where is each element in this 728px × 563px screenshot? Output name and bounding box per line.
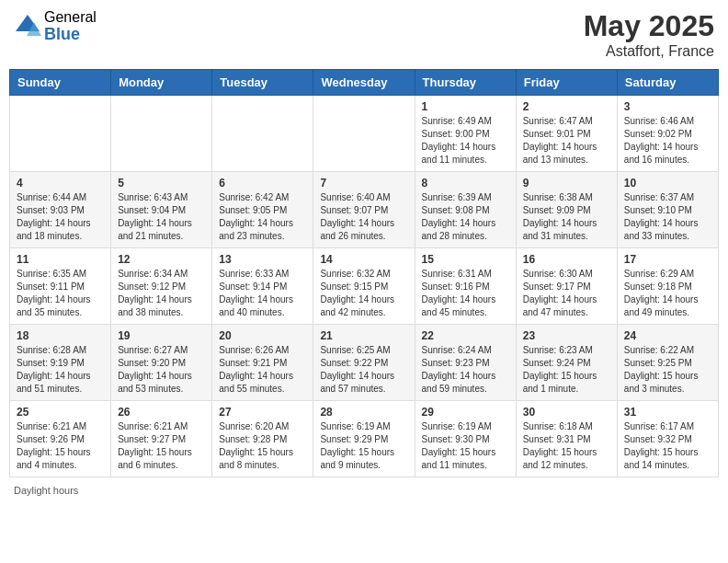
day-number: 20 [219,329,306,342]
day-number: 8 [422,177,509,190]
day-number: 22 [422,329,509,342]
day-number: 24 [624,329,711,342]
day-info: Sunrise: 6:38 AM Sunset: 9:09 PM Dayligh… [523,191,610,243]
day-number: 13 [219,253,306,266]
day-info: Sunrise: 6:44 AM Sunset: 9:03 PM Dayligh… [17,191,104,243]
weekday-header: Saturday [617,70,718,96]
day-number: 2 [523,100,610,113]
footer-note: Daylight hours [9,485,719,496]
calendar-cell: 13Sunrise: 6:33 AM Sunset: 9:14 PM Dayli… [212,248,313,325]
day-info: Sunrise: 6:21 AM Sunset: 9:27 PM Dayligh… [118,420,205,472]
logo-blue: Blue [44,26,97,44]
day-number: 30 [523,406,610,419]
calendar-cell: 18Sunrise: 6:28 AM Sunset: 9:19 PM Dayli… [10,325,111,401]
logo: General Blue [14,9,97,43]
day-info: Sunrise: 6:39 AM Sunset: 9:08 PM Dayligh… [422,191,509,243]
calendar-cell: 15Sunrise: 6:31 AM Sunset: 9:16 PM Dayli… [415,248,516,325]
calendar-cell: 20Sunrise: 6:26 AM Sunset: 9:21 PM Dayli… [212,325,313,401]
day-number: 11 [17,253,104,266]
logo-text: General Blue [44,9,97,43]
day-number: 19 [118,329,205,342]
calendar-week-row: 11Sunrise: 6:35 AM Sunset: 9:11 PM Dayli… [10,248,719,325]
weekday-header: Monday [111,70,212,96]
day-info: Sunrise: 6:30 AM Sunset: 9:17 PM Dayligh… [523,268,610,319]
day-info: Sunrise: 6:40 AM Sunset: 9:07 PM Dayligh… [320,191,407,243]
day-info: Sunrise: 6:19 AM Sunset: 9:30 PM Dayligh… [422,420,509,472]
calendar-cell: 31Sunrise: 6:17 AM Sunset: 9:32 PM Dayli… [617,401,718,477]
day-number: 7 [320,177,407,190]
day-info: Sunrise: 6:34 AM Sunset: 9:12 PM Dayligh… [118,268,205,319]
calendar-cell: 16Sunrise: 6:30 AM Sunset: 9:17 PM Dayli… [516,248,617,325]
calendar-cell: 21Sunrise: 6:25 AM Sunset: 9:22 PM Dayli… [313,325,415,401]
day-info: Sunrise: 6:25 AM Sunset: 9:22 PM Dayligh… [320,344,407,396]
day-info: Sunrise: 6:21 AM Sunset: 9:26 PM Dayligh… [17,420,104,472]
calendar-header-row: SundayMondayTuesdayWednesdayThursdayFrid… [10,70,719,96]
day-info: Sunrise: 6:47 AM Sunset: 9:01 PM Dayligh… [523,115,610,167]
calendar-week-row: 4Sunrise: 6:44 AM Sunset: 9:03 PM Daylig… [10,172,719,248]
day-number: 28 [320,406,407,419]
day-info: Sunrise: 6:24 AM Sunset: 9:23 PM Dayligh… [422,344,509,396]
day-info: Sunrise: 6:27 AM Sunset: 9:20 PM Dayligh… [118,344,205,396]
day-number: 15 [422,253,509,266]
calendar-cell: 17Sunrise: 6:29 AM Sunset: 9:18 PM Dayli… [617,248,718,325]
calendar-cell: 14Sunrise: 6:32 AM Sunset: 9:15 PM Dayli… [313,248,415,325]
day-info: Sunrise: 6:20 AM Sunset: 9:28 PM Dayligh… [219,420,306,472]
day-number: 31 [624,406,711,419]
day-number: 5 [118,177,205,190]
weekday-header: Wednesday [313,70,415,96]
day-info: Sunrise: 6:33 AM Sunset: 9:14 PM Dayligh… [219,268,306,319]
calendar-week-row: 18Sunrise: 6:28 AM Sunset: 9:19 PM Dayli… [10,325,719,401]
calendar-cell: 19Sunrise: 6:27 AM Sunset: 9:20 PM Dayli… [111,325,212,401]
day-number: 29 [422,406,509,419]
calendar-cell: 22Sunrise: 6:24 AM Sunset: 9:23 PM Dayli… [415,325,516,401]
day-info: Sunrise: 6:26 AM Sunset: 9:21 PM Dayligh… [219,344,306,396]
day-info: Sunrise: 6:35 AM Sunset: 9:11 PM Dayligh… [17,268,104,319]
day-info: Sunrise: 6:43 AM Sunset: 9:04 PM Dayligh… [118,191,205,243]
calendar-cell [212,96,313,172]
calendar-cell: 8Sunrise: 6:39 AM Sunset: 9:08 PM Daylig… [415,172,516,248]
weekday-header: Friday [516,70,617,96]
day-number: 4 [17,177,104,190]
day-info: Sunrise: 6:17 AM Sunset: 9:32 PM Dayligh… [624,420,711,472]
day-number: 14 [320,253,407,266]
calendar-cell: 10Sunrise: 6:37 AM Sunset: 9:10 PM Dayli… [617,172,718,248]
logo-icon [14,13,41,40]
calendar-cell: 9Sunrise: 6:38 AM Sunset: 9:09 PM Daylig… [516,172,617,248]
calendar-cell [313,96,415,172]
calendar-cell: 3Sunrise: 6:46 AM Sunset: 9:02 PM Daylig… [617,96,718,172]
calendar-cell: 6Sunrise: 6:42 AM Sunset: 9:05 PM Daylig… [212,172,313,248]
calendar-table: SundayMondayTuesdayWednesdayThursdayFrid… [9,69,719,477]
calendar-cell: 24Sunrise: 6:22 AM Sunset: 9:25 PM Dayli… [617,325,718,401]
calendar-cell: 1Sunrise: 6:49 AM Sunset: 9:00 PM Daylig… [415,96,516,172]
calendar-cell: 5Sunrise: 6:43 AM Sunset: 9:04 PM Daylig… [111,172,212,248]
weekday-header: Tuesday [212,70,313,96]
day-info: Sunrise: 6:23 AM Sunset: 9:24 PM Dayligh… [523,344,610,396]
day-info: Sunrise: 6:31 AM Sunset: 9:16 PM Dayligh… [422,268,509,319]
day-number: 26 [118,406,205,419]
calendar-cell: 2Sunrise: 6:47 AM Sunset: 9:01 PM Daylig… [516,96,617,172]
day-number: 9 [523,177,610,190]
calendar-cell: 29Sunrise: 6:19 AM Sunset: 9:30 PM Dayli… [415,401,516,477]
logo-general: General [44,9,97,26]
day-number: 17 [624,253,711,266]
calendar-cell: 11Sunrise: 6:35 AM Sunset: 9:11 PM Dayli… [10,248,111,325]
day-info: Sunrise: 6:28 AM Sunset: 9:19 PM Dayligh… [17,344,104,396]
day-number: 16 [523,253,610,266]
day-number: 6 [219,177,306,190]
day-info: Sunrise: 6:32 AM Sunset: 9:15 PM Dayligh… [320,268,407,319]
day-number: 27 [219,406,306,419]
calendar-cell: 28Sunrise: 6:19 AM Sunset: 9:29 PM Dayli… [313,401,415,477]
day-info: Sunrise: 6:37 AM Sunset: 9:10 PM Dayligh… [624,191,711,243]
calendar-cell: 25Sunrise: 6:21 AM Sunset: 9:26 PM Dayli… [10,401,111,477]
day-info: Sunrise: 6:42 AM Sunset: 9:05 PM Dayligh… [219,191,306,243]
page-header: General Blue May 2025 Astaffort, France [9,9,719,60]
day-number: 21 [320,329,407,342]
calendar-cell: 12Sunrise: 6:34 AM Sunset: 9:12 PM Dayli… [111,248,212,325]
calendar-cell [111,96,212,172]
calendar-cell: 27Sunrise: 6:20 AM Sunset: 9:28 PM Dayli… [212,401,313,477]
calendar-week-row: 1Sunrise: 6:49 AM Sunset: 9:00 PM Daylig… [10,96,719,172]
calendar-cell [10,96,111,172]
title-section: May 2025 Astaffort, France [584,9,714,60]
calendar-cell: 4Sunrise: 6:44 AM Sunset: 9:03 PM Daylig… [10,172,111,248]
day-info: Sunrise: 6:29 AM Sunset: 9:18 PM Dayligh… [624,268,711,319]
